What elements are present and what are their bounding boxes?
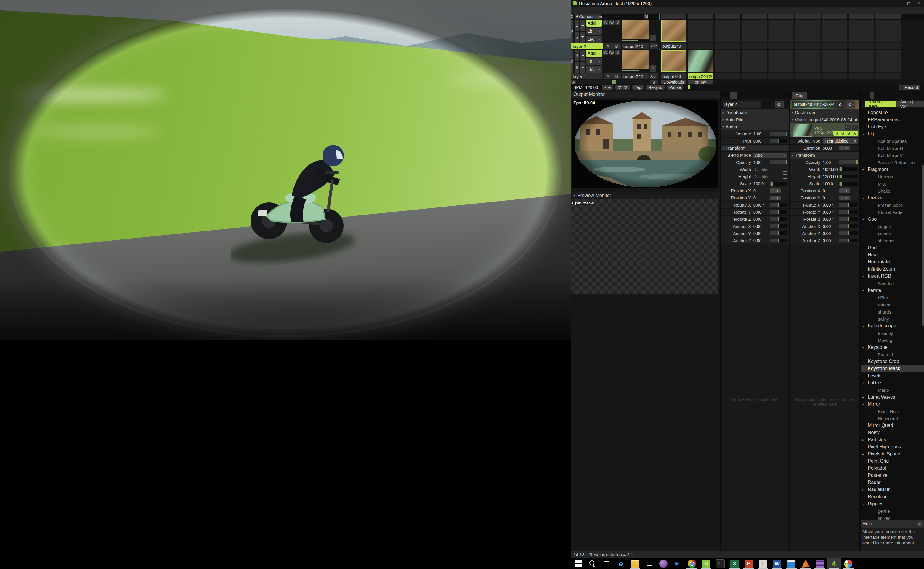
property-value[interactable]: 1.00: [753, 132, 770, 136]
help-close-icon[interactable]: x: [917, 522, 922, 526]
panel-tab[interactable]: [730, 92, 737, 99]
video-only-button[interactable]: V: [615, 50, 621, 55]
preview-monitor-header[interactable]: Preview Monitor: [571, 192, 720, 199]
dropdown[interactable]: Premultiplied▾: [823, 138, 858, 144]
crossfader-a-button[interactable]: A: [571, 80, 576, 84]
clip-cell[interactable]: [875, 50, 901, 79]
slider[interactable]: [770, 182, 787, 186]
property-value[interactable]: 0.00: [823, 224, 839, 229]
taskbar-app-button[interactable]: [585, 558, 599, 569]
slider[interactable]: [770, 239, 787, 242]
browser-tab[interactable]: [874, 92, 878, 99]
close-icon[interactable]: [914, 0, 924, 6]
taskbar-app-button[interactable]: T: [756, 558, 770, 569]
clip-label[interactable]: output240: [661, 43, 686, 49]
effect-item[interactable]: shimmer: [860, 237, 924, 244]
clip-cell[interactable]: [875, 20, 901, 49]
taskbar-app-button[interactable]: [571, 558, 585, 569]
clip-thumbnail[interactable]: [661, 50, 686, 72]
effect-item[interactable]: Pixel High Pass: [860, 443, 924, 450]
property-value[interactable]: 0.00 °: [823, 203, 839, 207]
gear-icon[interactable]: [847, 101, 855, 108]
slider[interactable]: [770, 231, 787, 235]
master-button[interactable]: M: [644, 14, 648, 19]
property-row[interactable]: Height Disabled -+ Disabled▾ ≡: [721, 173, 789, 180]
clip-cell[interactable]: output240: [661, 20, 686, 49]
section-arrow-icon[interactable]: [721, 118, 725, 121]
effect-item[interactable]: Hue rotate: [860, 259, 924, 266]
property-row[interactable]: Width Disabled -+ Disabled▾ ≡: [721, 166, 789, 173]
clip-thumbnail[interactable]: [849, 20, 874, 42]
clip-cell[interactable]: [742, 20, 767, 49]
clip-label[interactable]: [742, 73, 767, 79]
effect-item[interactable]: Recolour: [860, 493, 924, 500]
empty-column-button[interactable]: empty: [688, 80, 713, 84]
clear-clip-button[interactable]: x: [852, 125, 858, 129]
browser-tab[interactable]: [865, 92, 869, 99]
effect-item[interactable]: FRParameters: [860, 116, 924, 123]
effect-item[interactable]: Keystone: [860, 344, 924, 351]
pause-button[interactable]: Pause: [667, 85, 684, 90]
alpha-mode-dropdown[interactable]: LIA: [586, 35, 602, 43]
effect-item[interactable]: swirly: [860, 315, 924, 323]
property-row[interactable]: Rotate X 0.00 ° -+ 0.00 °▾ ≡: [721, 202, 789, 208]
property-value[interactable]: Disabled: [753, 167, 770, 172]
browser-tab[interactable]: [861, 92, 865, 99]
crossfader-assign-buttons[interactable]: AB: [604, 73, 621, 79]
layer-solo-button[interactable]: S: [575, 32, 579, 43]
property-row[interactable]: Video: output240 2015-08-24 at 14.12.3..…: [790, 116, 859, 123]
effect-item[interactable]: Particles: [860, 436, 924, 443]
slider[interactable]: [839, 160, 858, 164]
property-value[interactable]: 0: [753, 196, 770, 200]
effect-item[interactable]: Sweded: [860, 280, 924, 287]
property-value[interactable]: 0: [753, 189, 770, 193]
taskbar-app-button[interactable]: [685, 558, 699, 569]
minus-plus-buttons[interactable]: -+: [839, 196, 850, 200]
taskbar-app-button[interactable]: N: [699, 558, 713, 569]
property-row[interactable]: Scale 100.0... -+ 100.0...▾ ≡: [790, 180, 859, 187]
property-row[interactable]: Auto Pilot -+ ▾ ≡: [721, 116, 789, 123]
slider[interactable]: [770, 139, 787, 143]
effect-item[interactable]: RadialBlur: [860, 486, 924, 493]
slider[interactable]: [839, 210, 858, 214]
blend-mode-dropdown[interactable]: Add: [586, 20, 602, 27]
layer-down-arrow-icon[interactable]: [581, 62, 585, 73]
effect-item[interactable]: Iterate: [860, 287, 924, 294]
effect-item[interactable]: Soft Mirror H: [860, 145, 924, 152]
property-value[interactable]: 100.0...: [823, 181, 839, 186]
effect-item[interactable]: Mist: [860, 180, 924, 187]
effect-item[interactable]: Kaleidoscope: [860, 323, 924, 330]
alpha-mode-dropdown[interactable]: LIA: [586, 66, 602, 73]
clip-thumbnail[interactable]: [768, 20, 794, 42]
clip-thumbnail[interactable]: [715, 50, 740, 72]
property-row[interactable]: Anchor Z 0.00 -+ 0.00▾ ≡: [721, 237, 789, 244]
property-row[interactable]: Transform -+ ▾ ≡: [790, 152, 859, 159]
effect-item[interactable]: Heat: [860, 251, 924, 259]
bpm-dec-inc-buttons[interactable]: - +: [602, 85, 613, 90]
effect-item[interactable]: Polkadot: [860, 465, 924, 472]
effect-item[interactable]: Radar: [860, 479, 924, 486]
property-value[interactable]: 5000: [823, 146, 839, 151]
effect-item[interactable]: shards: [860, 308, 924, 315]
taskbar-app-button[interactable]: e: [614, 558, 628, 569]
clip-thumbnail[interactable]: [875, 50, 901, 72]
effect-item[interactable]: Keystone Crop: [860, 358, 924, 365]
property-value[interactable]: 100.0...: [753, 181, 770, 186]
video-ffgl-button[interactable]: Video | FFGL: [865, 101, 897, 107]
clip-thumbnail[interactable]: [822, 20, 847, 42]
clip-label[interactable]: [768, 43, 794, 49]
alpha-channel-button[interactable]: A: [853, 131, 856, 135]
effect-item[interactable]: Piramid: [860, 351, 924, 358]
property-value[interactable]: 1.00: [823, 160, 839, 165]
expand-arrow-icon[interactable]: [860, 168, 868, 171]
slider[interactable]: [770, 203, 787, 207]
taskbar-app-button[interactable]: [813, 558, 827, 569]
section-arrow-icon[interactable]: [790, 111, 795, 114]
clip-cell[interactable]: [768, 20, 794, 49]
clip-label[interactable]: [822, 43, 847, 49]
effect-item[interactable]: hBlur: [860, 294, 924, 301]
effect-item[interactable]: Keystone Mask: [860, 365, 924, 372]
property-value[interactable]: 0: [823, 189, 839, 193]
effect-item[interactable]: Ace of Spades: [860, 137, 924, 145]
clip-label[interactable]: [875, 73, 901, 79]
